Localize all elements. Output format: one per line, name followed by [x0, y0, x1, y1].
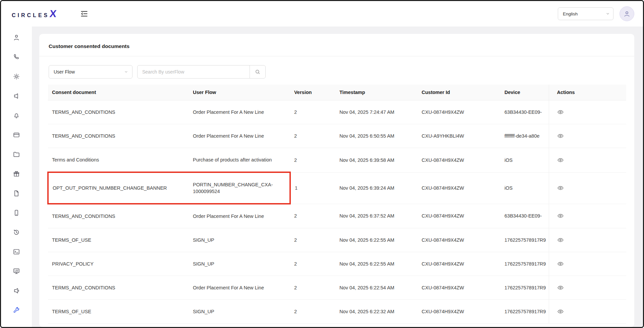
cell-customer-id: CXU-0874H9X4ZW [418, 204, 500, 228]
phone-icon [13, 53, 20, 61]
cell-version: 1 [290, 172, 335, 204]
cell-consent-document: TERMS_AND_CONDITIONS [48, 124, 189, 148]
cell-consent-document: PRIVACY_POLICY [48, 252, 189, 276]
cell-timestamp: Nov 04, 2025 6:50:55 AM [335, 124, 418, 148]
consent-documents-card: Customer consented documents User Flow [39, 34, 634, 327]
view-document-button[interactable] [557, 133, 564, 139]
sidebar-item-calls[interactable] [12, 53, 21, 61]
cell-device: 63B34430-EE09- [500, 204, 549, 228]
table-row-highlighted: OPT_OUT_PORTIN_NUMBER_CHANGE_BANNER PORT… [48, 172, 626, 204]
view-document-button[interactable] [557, 237, 564, 243]
sidebar-item-broadcast[interactable] [12, 286, 21, 295]
cell-version: 2 [290, 228, 335, 252]
cell-consent-document: TERMS_AND_CONDITIONS [48, 276, 189, 300]
cell-version: 2 [290, 100, 335, 124]
cell-version: 2 [290, 252, 335, 276]
top-bar: CIRCLES X English [1, 1, 643, 27]
table-row: PRIVACY_POLICY SIGN_UP 2 Nov 04, 2025 6:… [48, 252, 626, 276]
cell-timestamp: Nov 04, 2025 6:22:55 AM [335, 228, 418, 252]
user-avatar[interactable] [620, 6, 634, 21]
credit-card-icon [13, 131, 20, 139]
logo-x-mark: X [49, 9, 57, 19]
eye-icon [557, 213, 564, 219]
cell-customer-id: CXU-0874H9X4ZW [418, 172, 500, 204]
table-row: Terms and Conditions Purchase of product… [48, 148, 626, 173]
view-document-button[interactable] [557, 308, 564, 315]
chevron-down-icon [124, 70, 128, 74]
sidebar-item-payments[interactable] [12, 131, 21, 139]
cell-version: 2 [290, 300, 335, 324]
view-document-button[interactable] [557, 213, 564, 219]
view-document-button[interactable] [557, 261, 564, 267]
filter-type-select[interactable]: User Flow [49, 65, 132, 79]
table-row: TERMS_AND_CONDITIONS Order Placement For… [48, 124, 626, 148]
cell-timestamp: Nov 04, 2025 6:37:52 AM [335, 204, 418, 228]
cell-customer-id: CXU-0874H9X4ZW [418, 252, 500, 276]
column-header-device[interactable]: Device [500, 85, 549, 100]
sidebar-item-settings[interactable] [12, 72, 21, 81]
sidebar-item-notifications[interactable] [12, 111, 21, 120]
cell-customer-id: CXU-0874H9X4ZW [418, 148, 500, 173]
cell-timestamp: Nov 04, 2025 6:39:58 AM [335, 148, 418, 173]
user-avatar-icon [623, 10, 631, 18]
page-title: Customer consented documents [39, 34, 634, 56]
search-input[interactable] [137, 65, 250, 79]
search-icon [255, 69, 261, 75]
eye-icon [557, 284, 564, 291]
language-select[interactable]: English [558, 7, 613, 20]
search-button[interactable] [250, 65, 266, 79]
view-document-button[interactable] [557, 185, 564, 191]
cell-consent-document: Terms and Conditions [48, 148, 189, 173]
cell-version: 2 [290, 124, 335, 148]
menu-fold-button[interactable] [78, 8, 90, 19]
cell-consent-document: TERMS_AND_CONDITIONS [48, 100, 189, 124]
bell-icon [13, 112, 20, 119]
circlesx-logo[interactable]: CIRCLES X [12, 9, 56, 19]
sidebar-item-terminal[interactable] [12, 247, 21, 256]
cell-version: 2 [290, 148, 335, 173]
topbar-right: English [558, 6, 634, 21]
cell-version: 2 [290, 276, 335, 300]
column-header-customer-id[interactable]: Customer Id [418, 85, 500, 100]
sidebar-item-history[interactable] [12, 228, 21, 237]
folder-icon [13, 151, 20, 158]
view-document-button[interactable] [557, 284, 564, 291]
mobile-icon [13, 209, 20, 217]
sidebar-item-tools[interactable] [12, 306, 21, 315]
view-document-button[interactable] [557, 109, 564, 115]
cell-customer-id: CXU-A9YHKBLI4W [418, 124, 500, 148]
filter-type-select-value: User Flow [54, 69, 75, 75]
cell-consent-document: TERMS_OF_USE [48, 300, 189, 324]
eye-icon [557, 261, 564, 267]
sidebar-item-files[interactable] [12, 150, 21, 159]
column-header-version[interactable]: Version [290, 85, 335, 100]
sidebar-item-announcements[interactable] [12, 92, 21, 100]
app-window: CIRCLES X English [0, 0, 644, 328]
cell-user-flow: Purchase of products after activation [189, 148, 290, 173]
sidebar-item-users[interactable] [12, 33, 21, 42]
cell-customer-id: CXU-0874H9X4ZW [418, 228, 500, 252]
sidebar-item-monitoring[interactable] [12, 267, 21, 276]
cell-user-flow: SIGN_UP [189, 228, 290, 252]
cell-timestamp: Nov 04, 2025 6:22:54 AM [335, 276, 418, 300]
eye-icon [557, 157, 564, 163]
column-header-timestamp[interactable]: Timestamp [335, 85, 418, 100]
cell-user-flow: SIGN_UP [189, 300, 290, 324]
column-header-user-flow[interactable]: User Flow [189, 85, 290, 100]
cell-customer-id: CXU-0874H9X4ZW [418, 100, 500, 124]
cell-user-flow: PORTIN_NUMBER_CHANGE_CXA-1000099524 [189, 172, 290, 204]
column-header-consent-document[interactable]: Consent document [48, 85, 189, 100]
cell-user-flow: SIGN_UP [189, 252, 290, 276]
cell-user-flow: Order Placement For A New Line [189, 276, 290, 300]
sidebar-item-devices[interactable] [12, 208, 21, 217]
eye-icon [557, 185, 564, 191]
view-document-button[interactable] [557, 157, 564, 163]
language-select-value: English [563, 11, 578, 16]
cell-timestamp: Nov 04, 2025 6:22:55 AM [335, 252, 418, 276]
cell-timestamp: Nov 04, 2025 7:24:47 AM [335, 100, 418, 124]
cell-user-flow: Order Placement For A New Line [189, 204, 290, 228]
cell-device: iOS [500, 148, 549, 173]
sidebar-item-documents[interactable] [12, 189, 21, 198]
sidebar-item-products[interactable] [12, 170, 21, 178]
table-row: TERMS_AND_CONDITIONS Order Placement For… [48, 100, 626, 124]
